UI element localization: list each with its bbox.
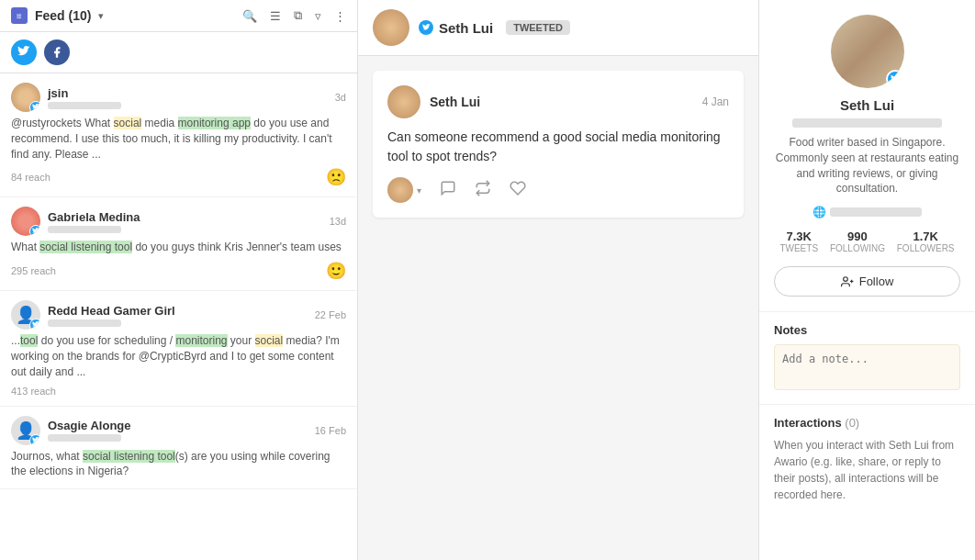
avatar-jsin xyxy=(11,83,40,112)
feed-item-header-redd: 👤 Redd Head Gamer Girl 22 Feb xyxy=(11,300,346,330)
header-icons: 🔍 ☰ ⧉ ▿ ⋮ xyxy=(242,8,346,23)
username-redd: Redd Head Gamer Girl xyxy=(48,304,175,318)
interactions-section: Interactions (0) When you interact with … xyxy=(759,405,975,514)
search-icon[interactable]: 🔍 xyxy=(242,9,257,23)
username-jsin: jsin xyxy=(48,86,121,100)
like-icon[interactable] xyxy=(510,180,526,200)
middle-avatar-seth xyxy=(373,9,409,46)
tweet-action-reply-group: ▾ xyxy=(387,177,421,203)
social-filter-row xyxy=(0,32,357,73)
followers-value: 1.7K xyxy=(897,230,955,243)
sentiment-jsin: 🙁 xyxy=(326,167,346,187)
time-gabriela: 13d xyxy=(330,216,346,227)
twitter-filter-icon[interactable] xyxy=(11,39,37,65)
feed-item-redd[interactable]: 👤 Redd Head Gamer Girl 22 Feb ...tool do… xyxy=(0,291,357,406)
profile-name: Seth Lui xyxy=(774,97,960,113)
globe-icon: 🌐 xyxy=(812,206,826,218)
tweet-username: Seth Lui xyxy=(430,95,480,109)
stat-tweets: 7.3K TWEETS xyxy=(779,230,818,253)
tweet-action-avatar xyxy=(387,177,413,203)
retweet-icon[interactable] xyxy=(475,180,491,200)
profile-stats: 7.3K TWEETS 990 FOLLOWING 1.7K FOLLOWERS xyxy=(774,230,960,253)
username-osagie: Osagie Alonge xyxy=(48,419,131,432)
chevron-down-icon[interactable]: ▾ xyxy=(417,185,421,196)
profile-bio: Food writer based in Singapore. Commonly… xyxy=(774,135,960,196)
middle-header: Seth Lui TWEETED xyxy=(358,0,758,56)
feed-item-jsin[interactable]: jsin 3d @rustyrockets What social media … xyxy=(0,73,357,197)
reach-gabriela: 295 reach xyxy=(11,265,56,276)
more-icon[interactable]: ⋮ xyxy=(334,9,346,23)
tweet-card: Seth Lui 4 Jan Can someone recommend a g… xyxy=(373,71,744,218)
feed-item-user-info-redd: Redd Head Gamer Girl xyxy=(48,304,175,327)
profile-twitter-icon xyxy=(886,70,904,88)
time-jsin: 3d xyxy=(335,92,346,103)
feed-header: ≡ Feed (10) ▾ 🔍 ☰ ⧉ ▿ ⋮ xyxy=(0,0,357,32)
sentiment-gabriela: 🙂 xyxy=(326,261,346,281)
layers-icon[interactable]: ⧉ xyxy=(294,8,302,23)
tweeted-badge: TWEETED xyxy=(506,20,570,35)
avatar-redd: 👤 xyxy=(11,300,40,330)
username-gabriela: Gabriela Medina xyxy=(48,210,140,224)
notes-input[interactable] xyxy=(774,344,960,390)
tweet-text: Can someone recommend a good social medi… xyxy=(387,128,729,166)
feed-item-user-info: jsin xyxy=(48,86,121,109)
reach-redd: 413 reach xyxy=(11,386,56,397)
tweet-avatar xyxy=(387,85,420,118)
reach-row-gabriela: 295 reach 🙂 xyxy=(11,261,346,281)
stat-following: 990 FOLLOWING xyxy=(830,230,885,253)
follow-label: Follow xyxy=(859,274,894,288)
following-label: FOLLOWING xyxy=(830,243,885,253)
tweets-value: 7.3K xyxy=(779,230,818,243)
followers-label: FOLLOWERS xyxy=(897,243,955,253)
twitter-badge-jsin xyxy=(29,101,40,112)
snippet-osagie: Journos, what social listening tool(s) a… xyxy=(11,449,346,480)
notes-title: Notes xyxy=(774,323,960,337)
notes-section: Notes xyxy=(759,312,975,405)
avatar-osagie: 👤 xyxy=(11,416,40,445)
tweets-label: TWEETS xyxy=(779,243,818,253)
reach-row-redd: 413 reach xyxy=(11,386,346,397)
middle-user-info: Seth Lui TWEETED xyxy=(419,20,570,36)
avatar-gabriela xyxy=(11,207,40,236)
interactions-text: When you interact with Seth Lui from Awa… xyxy=(774,437,960,503)
snippet-redd: ...tool do you use for scheduling / moni… xyxy=(11,333,346,379)
time-osagie: 16 Feb xyxy=(315,425,346,436)
profile-website: 🌐 xyxy=(774,206,960,218)
feed-item-user-info-gabriela: Gabriela Medina xyxy=(48,210,140,233)
interactions-title: Interactions (0) xyxy=(774,416,960,430)
profile-avatar-seth xyxy=(831,15,904,88)
tweet-date: 4 Jan xyxy=(702,95,729,108)
feed-title: Feed (10) xyxy=(35,8,91,23)
feed-item-osagie[interactable]: 👤 Osagie Alonge 16 Feb Journos, what soc… xyxy=(0,407,357,490)
left-panel: ≡ Feed (10) ▾ 🔍 ☰ ⧉ ▿ ⋮ xyxy=(0,0,358,560)
time-redd: 22 Feb xyxy=(315,309,346,320)
snippet-gabriela: What social listening tool do you guys t… xyxy=(11,240,346,255)
tweet-header: Seth Lui 4 Jan xyxy=(387,85,729,118)
stat-followers: 1.7K FOLLOWERS xyxy=(897,230,955,253)
feed-item-header: jsin 3d xyxy=(11,83,346,112)
follow-button[interactable]: Follow xyxy=(774,266,960,297)
sort-icon[interactable]: ☰ xyxy=(270,9,281,23)
feed-item-header-gabriela: Gabriela Medina 13d xyxy=(11,207,346,236)
following-value: 990 xyxy=(830,230,885,243)
comment-icon[interactable] xyxy=(440,180,456,200)
twitter-badge-osagie xyxy=(29,434,40,445)
feed-item-gabriela[interactable]: Gabriela Medina 13d What social listenin… xyxy=(0,197,357,291)
profile-section: Seth Lui Food writer based in Singapore.… xyxy=(759,0,975,312)
twitter-badge-redd xyxy=(29,319,40,330)
website-url-blurred xyxy=(830,207,922,217)
filter-icon[interactable]: ▿ xyxy=(315,9,321,23)
facebook-filter-icon[interactable] xyxy=(44,39,70,65)
interactions-count: (0) xyxy=(845,416,859,430)
feed-chevron[interactable]: ▾ xyxy=(98,10,104,22)
profile-handle-blurred xyxy=(792,118,941,128)
svg-point-0 xyxy=(843,276,847,281)
twitter-badge-gabriela xyxy=(29,225,40,236)
middle-content: Seth Lui 4 Jan Can someone recommend a g… xyxy=(358,56,758,232)
feed-item-user-info-osagie: Osagie Alonge xyxy=(48,419,131,442)
feed-icon: ≡ xyxy=(11,7,28,24)
reach-row-jsin: 84 reach 🙁 xyxy=(11,167,346,187)
snippet-jsin: @rustyrockets What social media monitori… xyxy=(11,116,346,162)
right-panel: Seth Lui Food writer based in Singapore.… xyxy=(759,0,975,560)
tweet-actions: ▾ xyxy=(387,177,729,203)
